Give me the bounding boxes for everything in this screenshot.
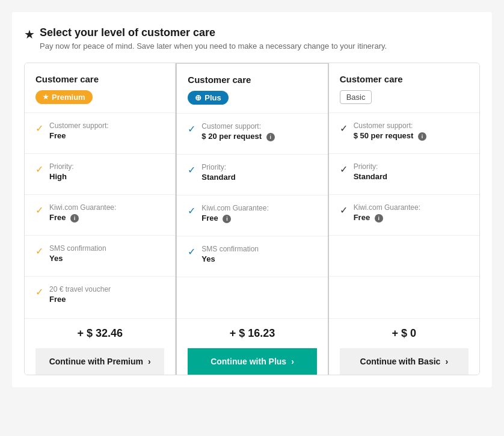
continue-premium-label: Continue with Premium [49,357,143,366]
basic-guarantee-value: Free i [354,213,420,223]
card-plus-footer: + $ 16.23 Continue with Plus › [177,318,327,375]
card-premium-title: Customer care [35,74,164,84]
check-icon-priority: ✓ [35,164,43,175]
basic-feature-empty2 [329,277,479,318]
info-icon-basic-guarantee[interactable]: i [375,214,383,223]
premium-price: + $ 32.46 [35,327,164,340]
card-basic-title: Customer care [340,74,469,84]
plus-feature-support: ✓ Customer support: $ 20 per request i [177,114,327,155]
card-premium-header: Customer care ★ Premium [25,63,175,113]
continue-plus-label: Continue with Plus [211,357,286,366]
feature-priority-text: Priority: High [49,162,74,181]
basic-feature-empty1 [329,236,479,277]
feature-voucher-label: 20 € travel voucher [49,285,111,293]
plus-guarantee-label: Kiwi.com Guarantee: [201,204,268,212]
page-wrapper: ★ Select your level of customer care Pay… [12,12,492,387]
plus-sms-label: SMS confirmation [201,245,259,253]
badge-premium: ★ Premium [35,90,93,104]
plus-feature-empty [177,277,327,318]
page-title: Select your level of customer care [40,26,387,39]
check-icon-plus-sms: ✓ [188,246,195,257]
feature-priority-value: High [49,172,74,181]
plus-feature-sms: ✓ SMS confirmation Yes [177,236,327,277]
continue-basic-button[interactable]: Continue with Basic › [340,348,469,375]
badge-premium-label: Premium [52,93,85,102]
plus-circle-icon: ⊕ [195,93,201,102]
continue-plus-button[interactable]: Continue with Plus › [188,348,316,375]
feature-sms-text: SMS confirmation Yes [49,244,106,263]
info-icon-plus-guarantee[interactable]: i [223,215,231,223]
continue-premium-button[interactable]: Continue with Premium › [35,348,164,375]
basic-feature-priority: ✓ Priority: Standard [329,154,479,195]
premium-feature-voucher: ✓ 20 € travel voucher Free [25,277,175,318]
plus-priority-value: Standard [201,173,235,182]
plus-feature-support-text: Customer support: $ 20 per request i [201,122,274,141]
card-basic-footer: + $ 0 Continue with Basic › [329,318,479,375]
feature-priority-label: Priority: [49,162,74,171]
info-icon-basic-support[interactable]: i [418,132,426,141]
check-icon-basic-support: ✓ [340,123,348,134]
continue-basic-label: Continue with Basic [360,357,441,366]
plus-feature-sms-text: SMS confirmation Yes [201,245,259,263]
feature-sms-label: SMS confirmation [49,244,106,253]
plus-feature-guarantee: ✓ Kiwi.com Guarantee: Free i [177,195,327,236]
basic-feature-priority-text: Priority: Standard [354,162,387,181]
feature-guarantee-value: Free i [49,213,116,223]
card-premium-features: ✓ Customer support: Free ✓ Priority: Hig… [25,113,175,318]
header: ★ Select your level of customer care Pay… [24,26,480,51]
premium-star-icon: ★ [43,93,49,101]
basic-feature-guarantee: ✓ Kiwi.com Guarantee: Free i [329,195,479,236]
card-plus-header: Customer care ⊕ Plus [177,64,327,114]
feature-support-value: Free [49,131,109,140]
feature-guarantee-label: Kiwi.com Guarantee: [49,203,116,212]
badge-basic: Basic [340,90,372,104]
chevron-icon-basic: › [445,357,448,366]
plus-priority-label: Priority: [201,163,235,171]
card-plus: Customer care ⊕ Plus ✓ Customer support:… [176,63,328,375]
feature-voucher-value: Free [49,295,111,304]
basic-price: + $ 0 [340,327,469,340]
check-icon-voucher: ✓ [35,286,43,298]
info-icon-guarantee[interactable]: i [70,214,79,223]
card-basic-features: ✓ Customer support: $ 50 per request i ✓… [329,113,479,318]
star-icon: ★ [24,27,35,41]
card-premium-footer: + $ 32.46 Continue with Premium › [25,318,175,375]
card-plus-title: Customer care [188,75,316,85]
plus-support-value: $ 20 per request i [201,132,274,141]
feature-guarantee-text: Kiwi.com Guarantee: Free i [49,203,116,223]
check-icon-basic-priority: ✓ [340,164,348,175]
basic-priority-value: Standard [354,172,387,181]
basic-feature-support-text: Customer support: $ 50 per request i [354,121,426,141]
chevron-icon-premium: › [148,357,151,366]
badge-basic-label: Basic [346,93,366,102]
feature-sms-value: Yes [49,254,106,263]
basic-feature-support: ✓ Customer support: $ 50 per request i [329,113,479,154]
plus-feature-priority-text: Priority: Standard [201,163,235,182]
premium-feature-support: ✓ Customer support: Free [25,113,175,154]
plus-sms-value: Yes [201,254,259,263]
card-plus-features: ✓ Customer support: $ 20 per request i ✓… [177,114,327,318]
check-icon-plus-priority: ✓ [188,164,195,176]
badge-plus-label: Plus [204,93,221,102]
plus-feature-priority: ✓ Priority: Standard [177,155,327,195]
check-icon-plus-guarantee: ✓ [188,205,195,216]
check-icon-guarantee: ✓ [35,204,43,216]
chevron-icon-plus: › [291,357,294,366]
badge-plus: ⊕ Plus [188,91,228,105]
check-icon-sms: ✓ [35,245,43,257]
header-text: Select your level of customer care Pay n… [40,26,387,51]
premium-feature-guarantee: ✓ Kiwi.com Guarantee: Free i [25,195,175,236]
basic-feature-guarantee-text: Kiwi.com Guarantee: Free i [354,203,420,223]
feature-support-label: Customer support: [49,121,109,130]
feature-support-text: Customer support: Free [49,121,109,140]
basic-priority-label: Priority: [354,162,387,171]
premium-feature-sms: ✓ SMS confirmation Yes [25,236,175,277]
info-icon-plus-support[interactable]: i [266,133,275,141]
plus-feature-guarantee-text: Kiwi.com Guarantee: Free i [201,204,268,223]
cards-container: Customer care ★ Premium ✓ Customer suppo… [24,63,480,375]
basic-support-label: Customer support: [354,121,426,130]
card-basic-header: Customer care Basic [329,63,479,113]
plus-price: + $ 16.23 [188,327,316,340]
plus-support-label: Customer support: [201,122,274,130]
page-subtitle: Pay now for peace of mind. Save later wh… [40,41,387,51]
